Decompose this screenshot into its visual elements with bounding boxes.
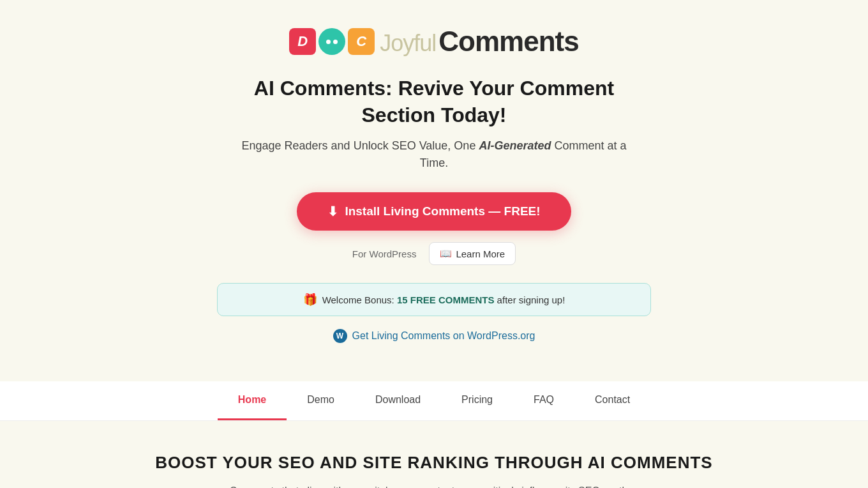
bonus-text-start: Welcome Bonus: xyxy=(322,294,397,305)
logo-d-letter: D xyxy=(289,28,316,55)
nav-item-contact[interactable]: Contact xyxy=(574,381,650,420)
nav-item-home[interactable]: Home xyxy=(218,381,287,420)
logo-dots xyxy=(318,28,345,55)
navigation: Home Demo Download Pricing FAQ Contact xyxy=(0,381,868,421)
logo-dot-1 xyxy=(326,40,331,44)
logo-dot-2 xyxy=(333,40,338,44)
book-icon: 📖 xyxy=(440,248,452,259)
logo-icon: D C xyxy=(289,28,375,55)
bonus-text-end: after signing up! xyxy=(494,294,565,305)
logo-c-letter: C xyxy=(348,28,375,55)
wordpress-org-link[interactable]: W Get Living Comments on WordPress.org xyxy=(333,329,535,343)
gift-icon: 🎁 xyxy=(303,293,317,307)
bonus-highlight: 15 FREE COMMENTS xyxy=(397,294,495,305)
download-arrow-icon: ⬇ xyxy=(327,204,338,219)
for-wordpress-label: For WordPress xyxy=(352,248,417,259)
brand-text: Joyful Comments xyxy=(380,26,578,57)
brand-joyful: Joyful xyxy=(380,30,436,57)
nav-item-pricing[interactable]: Pricing xyxy=(441,381,513,420)
learn-more-button[interactable]: 📖 Learn More xyxy=(429,242,516,265)
install-button[interactable]: ⬇ Install Living Comments — FREE! xyxy=(297,192,571,231)
hero-subheadline: Engage Readers and Unlock SEO Value, One… xyxy=(236,137,632,172)
secondary-actions: For WordPress 📖 Learn More xyxy=(352,242,516,265)
logo-area: D C Joyful Comments xyxy=(289,26,578,57)
wordpress-icon: W xyxy=(333,329,347,343)
welcome-bonus-banner: 🎁 Welcome Bonus: 15 FREE COMMENTS after … xyxy=(217,283,651,316)
nav-item-demo[interactable]: Demo xyxy=(287,381,355,420)
nav-items: Home Demo Download Pricing FAQ Contact xyxy=(218,381,650,420)
bottom-headline: BOOST YOUR SEO AND SITE RANKING THROUGH … xyxy=(26,453,842,473)
hero-section: D C Joyful Comments AI Comments: Revive … xyxy=(0,0,868,381)
bottom-text: Comments that align with your site's pag… xyxy=(217,483,651,488)
hero-headline: AI Comments: Revive Your Comment Section… xyxy=(217,75,651,128)
bottom-section: BOOST YOUR SEO AND SITE RANKING THROUGH … xyxy=(0,421,868,488)
nav-item-download[interactable]: Download xyxy=(355,381,441,420)
nav-item-faq[interactable]: FAQ xyxy=(513,381,574,420)
brand-comments: Comments xyxy=(438,26,578,57)
